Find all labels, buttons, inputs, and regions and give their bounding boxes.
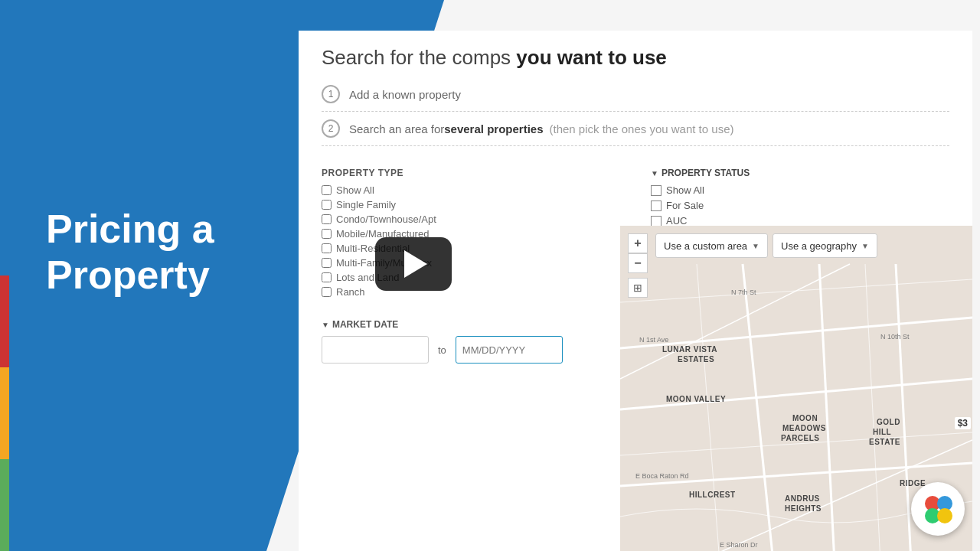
- pt-show-all[interactable]: Show All: [322, 184, 620, 196]
- svg-text:E Sharon Dr: E Sharon Dr: [720, 541, 758, 549]
- option-2-text-bold: several properties: [444, 122, 543, 135]
- zoom-out-button[interactable]: −: [628, 253, 648, 273]
- accent-bar-blue: [0, 0, 9, 276]
- price-tag: $3: [955, 417, 971, 429]
- svg-text:ESTATES: ESTATES: [678, 355, 714, 364]
- ps-auc-checkbox[interactable]: [651, 216, 662, 227]
- svg-text:N 1st Ave: N 1st Ave: [639, 336, 668, 344]
- property-type-header: PROPERTY TYPE: [322, 168, 620, 178]
- search-heading-plain: Search for the comps: [322, 46, 516, 69]
- ps-for-sale[interactable]: For Sale: [651, 200, 949, 211]
- accent-bars: [0, 0, 9, 551]
- map-dropdowns: Use a custom area ▼ Use a geography ▼: [655, 233, 877, 258]
- pt-mobile[interactable]: Mobile/Manufactured: [322, 228, 620, 240]
- svg-text:ESTATE: ESTATE: [869, 438, 900, 446]
- search-option-2[interactable]: 2 Search an area for several properties …: [322, 119, 949, 146]
- pt-multi-family-checkbox[interactable]: [322, 258, 332, 268]
- zoom-in-button[interactable]: +: [628, 233, 648, 253]
- svg-text:N 10th St: N 10th St: [880, 333, 910, 341]
- logo-svg: [917, 488, 959, 530]
- svg-text:MEADOWS: MEADOWS: [782, 424, 826, 432]
- pt-lots[interactable]: Lots and Land: [322, 272, 620, 283]
- pt-condo-checkbox[interactable]: [322, 214, 332, 224]
- svg-text:ANDRUS: ANDRUS: [785, 494, 820, 503]
- svg-text:N 7th St: N 7th St: [731, 289, 756, 296]
- title-overlay: Pricing a Property: [46, 207, 214, 298]
- date-from-input[interactable]: [322, 336, 429, 364]
- custom-area-label: Use a custom area: [664, 240, 747, 252]
- option-1-label: Add a known property: [349, 88, 461, 101]
- search-title: Search for the comps you want to use: [322, 46, 949, 70]
- option-number-2: 2: [322, 119, 340, 138]
- ps-show-all-checkbox[interactable]: [651, 185, 662, 196]
- pt-mobile-checkbox[interactable]: [322, 229, 332, 239]
- ps-auc[interactable]: AUC: [651, 215, 949, 227]
- market-date-label: MARKET DATE: [332, 319, 398, 330]
- property-status-header: ▼ PROPERTY STATUS: [651, 168, 949, 178]
- search-heading-bold: you want to use: [516, 46, 666, 69]
- accent-bar-red: [0, 276, 9, 367]
- pt-single-family-checkbox[interactable]: [322, 200, 332, 210]
- triangle-icon: ▼: [651, 169, 658, 178]
- title-line1: Pricing a: [46, 207, 214, 251]
- play-triangle-icon: [404, 250, 427, 278]
- pt-show-all-checkbox[interactable]: [322, 185, 332, 195]
- accent-bar-orange: [0, 367, 9, 459]
- ui-panel: Search for the comps you want to use 1 A…: [299, 31, 972, 551]
- pt-multi-res-checkbox[interactable]: [322, 243, 332, 253]
- geography-label: Use a geography: [781, 240, 857, 252]
- option-2-text-plain: Search an area for: [349, 122, 444, 135]
- date-to-input[interactable]: [456, 336, 563, 364]
- ps-for-sale-checkbox[interactable]: [651, 201, 662, 211]
- pt-multi-res[interactable]: Multi-Residential: [322, 243, 620, 254]
- option-number-1: 1: [322, 85, 340, 103]
- property-type-column: PROPERTY TYPE Show All Single Family Con…: [322, 168, 620, 307]
- pt-ranch-checkbox[interactable]: [322, 287, 332, 297]
- to-label: to: [438, 344, 446, 356]
- pt-condo[interactable]: Condo/Townhouse/Apt: [322, 214, 620, 225]
- svg-text:MOON VALLEY: MOON VALLEY: [666, 395, 726, 403]
- geography-dropdown[interactable]: Use a geography ▼: [773, 233, 877, 258]
- geography-dropdown-arrow: ▼: [861, 242, 869, 250]
- map-layers-button[interactable]: ⊞: [628, 278, 648, 298]
- search-option-1[interactable]: 1 Add a known property: [322, 85, 949, 112]
- logo-badge: [911, 482, 965, 536]
- svg-text:HEIGHTS: HEIGHTS: [785, 504, 822, 513]
- property-status-label: PROPERTY STATUS: [662, 168, 750, 178]
- map-controls: + − ⊞: [628, 233, 648, 298]
- pt-ranch[interactable]: Ranch: [322, 286, 620, 298]
- market-date-triangle-icon: ▼: [322, 321, 329, 329]
- svg-point-34: [937, 508, 952, 523]
- accent-bar-green: [0, 459, 9, 551]
- option-2-text-muted: (then pick the ones you want to use): [550, 122, 734, 135]
- title-line2: Property: [46, 253, 210, 297]
- pt-multi-family[interactable]: Multi-Family/Multiplex: [322, 257, 620, 269]
- pt-single-family[interactable]: Single Family: [322, 199, 620, 210]
- svg-text:HILL: HILL: [873, 428, 891, 436]
- screenshot-container: Search for the comps you want to use 1 A…: [0, 0, 980, 551]
- svg-text:GOLD: GOLD: [877, 418, 900, 426]
- custom-area-dropdown[interactable]: Use a custom area ▼: [655, 233, 768, 258]
- svg-text:PARCELS: PARCELS: [781, 434, 820, 442]
- svg-text:HILLCREST: HILLCREST: [689, 491, 736, 499]
- ps-show-all[interactable]: Show All: [651, 184, 949, 196]
- play-button[interactable]: [375, 237, 452, 291]
- custom-area-dropdown-arrow: ▼: [752, 242, 760, 250]
- pt-lots-checkbox[interactable]: [322, 272, 332, 282]
- search-section: Search for the comps you want to use 1 A…: [299, 31, 972, 161]
- svg-text:LUNAR VISTA: LUNAR VISTA: [662, 345, 717, 354]
- svg-text:MOON: MOON: [792, 414, 818, 422]
- svg-text:E Boca Raton Rd: E Boca Raton Rd: [635, 472, 689, 480]
